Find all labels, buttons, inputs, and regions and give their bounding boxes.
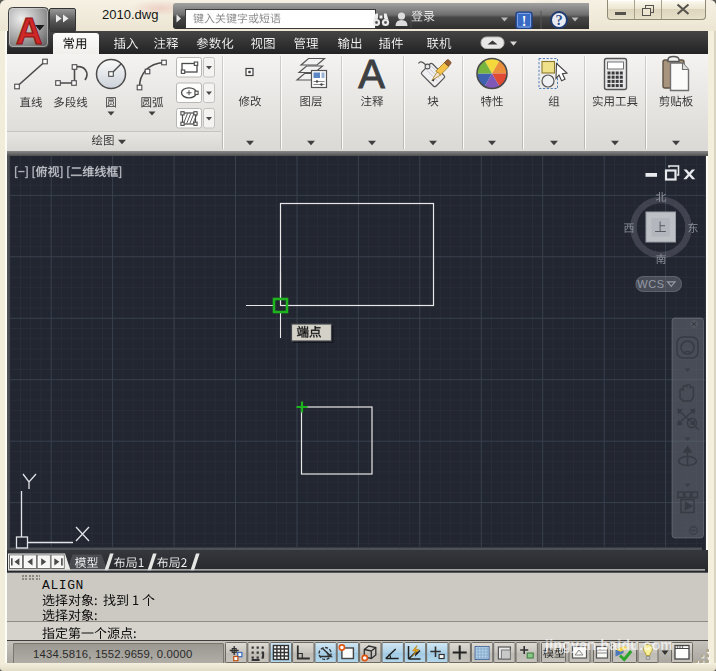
svg-text:A: A bbox=[16, 11, 43, 48]
